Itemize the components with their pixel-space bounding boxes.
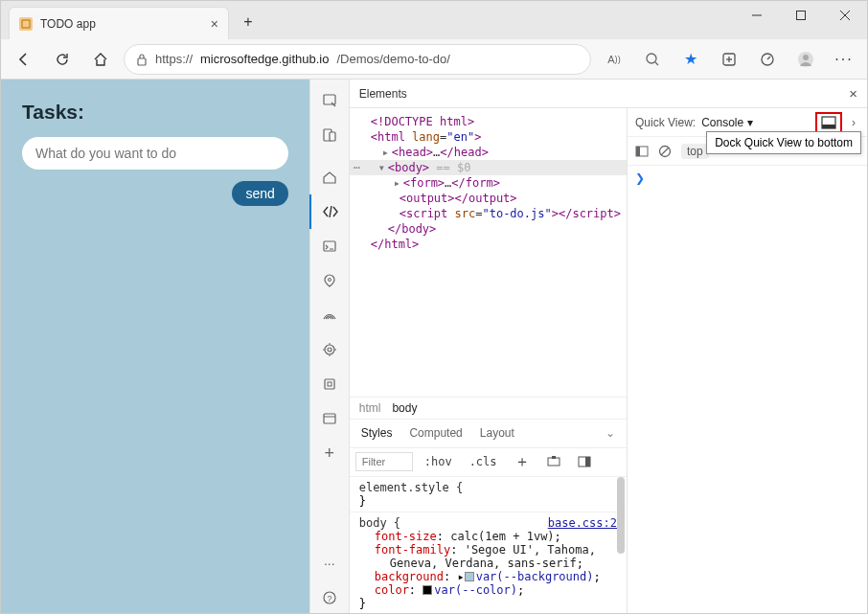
- svg-rect-0: [22, 20, 30, 28]
- performance-tool-icon[interactable]: [309, 332, 350, 367]
- clear-console-icon[interactable]: [658, 145, 672, 158]
- cls-button[interactable]: .cls: [464, 455, 503, 468]
- elements-tool-icon[interactable]: [309, 194, 350, 229]
- dock-bottom-icon: [821, 116, 836, 129]
- styles-filter-input[interactable]: [355, 452, 413, 471]
- new-tab-button[interactable]: +: [233, 7, 263, 37]
- window-controls: [735, 1, 867, 30]
- quick-view-selector[interactable]: Console ▾: [701, 116, 753, 129]
- memory-tool-icon[interactable]: [309, 367, 350, 401]
- console-prompt-icon: ❯: [635, 171, 645, 185]
- sources-tool-icon[interactable]: [309, 263, 350, 298]
- main-area: Tasks: send + ··· ? Elements × <!DOCTYPE…: [1, 80, 867, 614]
- device-toolbar-icon[interactable]: [309, 118, 350, 152]
- svg-rect-33: [552, 456, 556, 459]
- maximize-button[interactable]: [779, 1, 823, 30]
- hov-button[interactable]: :hov: [419, 455, 458, 468]
- lock-icon: [136, 53, 148, 66]
- zoom-button[interactable]: [637, 44, 668, 75]
- more-tools-icon[interactable]: ···: [309, 546, 350, 580]
- caret-down-icon: ▾: [747, 116, 753, 129]
- home-button[interactable]: [85, 44, 116, 75]
- application-tool-icon[interactable]: [309, 401, 350, 436]
- quick-view-panel: Quick View: Console ▾ › top ❯: [628, 108, 867, 614]
- new-style-rule-icon[interactable]: ＋: [509, 452, 536, 472]
- styles-scrollbar[interactable]: [617, 477, 625, 554]
- profile-button[interactable]: [790, 44, 821, 75]
- dock-tooltip: Dock Quick View to bottom: [706, 131, 861, 154]
- tab-favicon: [19, 17, 33, 31]
- network-tool-icon[interactable]: [309, 298, 350, 332]
- svg-point-21: [328, 348, 331, 352]
- url-path: /Demos/demo-to-do/: [336, 52, 450, 66]
- elements-panel: <!DOCTYPE html> <html lang="en"> ▸<head>…: [350, 108, 628, 614]
- styles-tabs: Styles Computed Layout ⌄: [350, 420, 627, 448]
- url-prefix: https://: [155, 52, 193, 66]
- inspect-tool-icon[interactable]: [309, 83, 350, 118]
- close-window-button[interactable]: [823, 1, 867, 30]
- svg-point-6: [647, 54, 656, 63]
- styles-pane[interactable]: element.style { } base.css:2 body { font…: [350, 477, 627, 615]
- breadcrumb-body[interactable]: body: [392, 401, 417, 415]
- todo-input[interactable]: [22, 137, 288, 170]
- url-host: microsoftedge.github.io: [200, 52, 329, 66]
- devtools-header: Elements ×: [350, 80, 867, 108]
- svg-line-12: [767, 57, 770, 59]
- svg-rect-26: [325, 379, 334, 389]
- welcome-tool-icon[interactable]: [309, 160, 350, 194]
- browser-toolbar: https://microsoftedge.github.io/Demos/de…: [1, 39, 867, 80]
- browser-tab[interactable]: TODO app ×: [9, 7, 229, 39]
- address-bar[interactable]: https://microsoftedge.github.io/Demos/de…: [124, 44, 591, 75]
- dom-tree[interactable]: <!DOCTYPE html> <html lang="en"> ▸<head>…: [350, 108, 627, 258]
- svg-rect-2: [797, 11, 806, 20]
- minimize-button[interactable]: [735, 1, 779, 30]
- tab-layout[interactable]: Layout: [480, 426, 514, 440]
- svg-rect-5: [138, 58, 146, 65]
- collections-button[interactable]: [714, 44, 744, 75]
- dom-breadcrumb[interactable]: html body: [350, 397, 627, 420]
- devtools-panel: Elements × <!DOCTYPE html> <html lang="e…: [350, 80, 867, 614]
- breadcrumb-html[interactable]: html: [359, 401, 381, 415]
- styles-toolbar: :hov .cls ＋: [350, 448, 627, 477]
- tab-styles[interactable]: Styles: [361, 426, 393, 440]
- chevron-right-icon[interactable]: ›: [848, 116, 859, 129]
- svg-point-20: [325, 345, 334, 354]
- page-content: Tasks: send: [1, 80, 309, 614]
- source-link[interactable]: base.css:2: [548, 516, 617, 530]
- svg-text:?: ?: [327, 594, 331, 603]
- context-selector[interactable]: top: [681, 144, 709, 159]
- panel-title: Elements: [359, 87, 407, 101]
- dock-quick-view-button[interactable]: [815, 112, 842, 133]
- back-button[interactable]: [9, 44, 39, 75]
- toggle-common-rendering-icon[interactable]: [541, 455, 566, 468]
- console-body[interactable]: ❯: [628, 166, 867, 614]
- console-tool-icon[interactable]: [309, 229, 350, 263]
- add-tool-button[interactable]: +: [309, 436, 350, 470]
- page-heading: Tasks:: [22, 101, 288, 124]
- chevron-down-icon[interactable]: ⌄: [605, 426, 615, 440]
- svg-rect-15: [324, 95, 335, 104]
- send-button[interactable]: send: [232, 181, 287, 206]
- element-style-rule: element.style { }: [350, 477, 627, 512]
- svg-rect-27: [328, 382, 331, 386]
- computed-sidebar-icon[interactable]: [572, 455, 597, 468]
- svg-point-19: [328, 279, 331, 282]
- svg-line-7: [655, 62, 658, 65]
- read-aloud-button[interactable]: A)): [599, 44, 629, 75]
- body-rule: base.css:2 body { font-size: calc(1em + …: [350, 512, 627, 615]
- svg-rect-32: [548, 458, 560, 466]
- svg-line-41: [661, 148, 669, 155]
- refresh-button[interactable]: [47, 44, 78, 75]
- devtools-activity-bar: + ··· ?: [309, 80, 350, 614]
- tab-computed[interactable]: Computed: [409, 426, 462, 440]
- svg-rect-28: [324, 414, 335, 423]
- tab-close-icon[interactable]: ×: [211, 16, 218, 32]
- svg-rect-35: [585, 457, 590, 466]
- help-icon[interactable]: ?: [309, 580, 350, 614]
- svg-rect-37: [822, 125, 835, 128]
- favorite-button[interactable]: ★: [675, 44, 706, 75]
- devtools-close-icon[interactable]: ×: [849, 85, 857, 102]
- menu-button[interactable]: ···: [829, 44, 859, 75]
- console-sidebar-icon[interactable]: [635, 145, 649, 158]
- performance-button[interactable]: [752, 44, 783, 75]
